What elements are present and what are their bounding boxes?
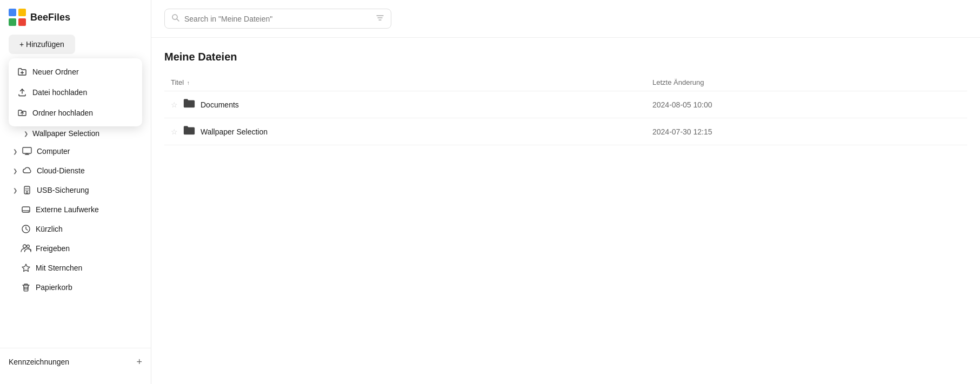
filter-icon[interactable]: [376, 14, 384, 24]
star-icon[interactable]: ☆: [171, 100, 178, 109]
sidebar-item-usb-sicherung[interactable]: ❯ USB-Sicherung: [4, 180, 146, 200]
svg-rect-3: [18, 18, 26, 26]
nav-section: ❯ Wallpaper Selection ❯ Computer ❯: [0, 123, 151, 299]
sidebar-item-mit-sternchen[interactable]: Mit Sternchen: [4, 258, 146, 278]
main-content: Meine Dateien Titel ↑ Letzte Änderung ☆: [151, 0, 980, 384]
file-name[interactable]: Wallpaper Selection: [201, 127, 268, 136]
sidebar-item-cloud-dienste[interactable]: ❯ Cloud-Dienste: [4, 161, 146, 180]
upload-file-label: Datei hochladen: [32, 88, 87, 97]
folder-icon: [183, 98, 195, 111]
upload-folder-icon: [17, 108, 27, 118]
svg-line-24: [177, 19, 179, 21]
svg-point-17: [23, 245, 26, 248]
svg-rect-1: [18, 9, 26, 16]
sidebar-item-cloud-label: Cloud-Dienste: [37, 166, 138, 175]
svg-rect-12: [26, 192, 28, 193]
svg-rect-0: [9, 9, 16, 16]
add-button[interactable]: + Hinzufügen: [9, 35, 75, 54]
sidebar-item-externe-label: Externe Laufwerke: [36, 205, 138, 214]
beefiles-logo-icon: [9, 9, 26, 26]
hdd-icon: [21, 204, 31, 215]
upload-file-icon: [17, 87, 27, 97]
file-name[interactable]: Documents: [201, 100, 239, 109]
sort-asc-icon: ↑: [187, 80, 190, 86]
folder-icon: [183, 125, 195, 138]
sidebar-item-label: Wallpaper Selection: [32, 129, 99, 138]
table-row: ☆ Wallpaper Selection 2024-07-30 12:15: [164, 118, 967, 145]
upload-folder-label: Ordner hochladen: [32, 109, 93, 117]
sidebar-item-papierkorb-label: Papierkorb: [36, 283, 138, 292]
usb-icon: [22, 185, 32, 196]
sidebar-item-sternchen-label: Mit Sternchen: [36, 264, 138, 272]
sidebar-item-freigegeben[interactable]: Freigeben: [4, 239, 146, 258]
page-title: Meine Dateien: [164, 51, 967, 63]
sidebar-item-papierkorb[interactable]: Papierkorb: [4, 278, 146, 297]
file-area: Meine Dateien Titel ↑ Letzte Änderung ☆: [151, 38, 980, 384]
svg-point-15: [28, 211, 29, 212]
sidebar-item-wallpaper-selection[interactable]: ❯ Wallpaper Selection: [4, 125, 146, 142]
table-row: ☆ Documents 2024-08-05 10:00: [164, 91, 967, 118]
sidebar: BeeFiles + Hinzufügen Neuer Ordner: [0, 0, 151, 384]
add-dropdown-menu: Neuer Ordner Datei hochladen: [9, 58, 142, 126]
new-folder-label: Neuer Ordner: [32, 68, 79, 76]
search-icon: [171, 14, 180, 24]
tags-section: Kennzeichnungen +: [0, 348, 151, 375]
new-folder-icon: [17, 67, 27, 77]
monitor-icon: [22, 146, 32, 157]
search-bar: [164, 9, 391, 29]
col-letzte-aenderung: Letzte Änderung: [646, 74, 967, 91]
people-icon: [21, 243, 31, 254]
star-icon[interactable]: ☆: [171, 127, 178, 136]
clock-icon: [21, 224, 31, 234]
chevron-right-icon: ❯: [13, 168, 17, 174]
chevron-right-icon: ❯: [24, 131, 28, 137]
tags-add-button[interactable]: +: [136, 357, 142, 367]
file-date: 2024-08-05 10:00: [646, 91, 967, 118]
add-button-wrapper: + Hinzufügen Neuer Ordner: [0, 35, 151, 58]
tags-label: Kennzeichnungen: [9, 358, 69, 366]
sidebar-item-externe-laufwerke[interactable]: Externe Laufwerke: [4, 200, 146, 219]
sidebar-item-computer[interactable]: ❯ Computer: [4, 142, 146, 161]
svg-point-18: [27, 245, 30, 248]
file-title-cell: ☆ Wallpaper Selection: [171, 125, 639, 138]
svg-rect-6: [23, 147, 31, 153]
file-date: 2024-07-30 12:15: [646, 118, 967, 145]
app-name: BeeFiles: [30, 12, 70, 23]
svg-marker-19: [22, 264, 30, 272]
chevron-right-icon: ❯: [13, 187, 17, 193]
cloud-icon: [22, 165, 32, 176]
dropdown-upload-file[interactable]: Datei hochladen: [9, 82, 142, 103]
chevron-right-icon: ❯: [13, 149, 17, 154]
dropdown-new-folder[interactable]: Neuer Ordner: [9, 62, 142, 82]
topbar: [151, 0, 980, 38]
dropdown-upload-folder[interactable]: Ordner hochladen: [9, 103, 142, 123]
logo-area: BeeFiles: [0, 9, 151, 35]
sidebar-item-freigegeben-label: Freigeben: [36, 244, 138, 253]
file-table: Titel ↑ Letzte Änderung ☆: [164, 74, 967, 145]
file-title-cell: ☆ Documents: [171, 98, 639, 111]
col-titel: Titel ↑: [164, 74, 646, 91]
svg-rect-2: [9, 18, 16, 26]
trash-icon: [21, 282, 31, 293]
search-input[interactable]: [184, 15, 371, 23]
sidebar-item-computer-label: Computer: [37, 147, 138, 156]
sidebar-item-usb-label: USB-Sicherung: [37, 186, 138, 194]
star-icon: [21, 262, 31, 273]
svg-point-23: [172, 15, 177, 19]
sidebar-item-kurzlich[interactable]: Kürzlich: [4, 219, 146, 239]
sidebar-item-kurzlich-label: Kürzlich: [36, 225, 138, 233]
